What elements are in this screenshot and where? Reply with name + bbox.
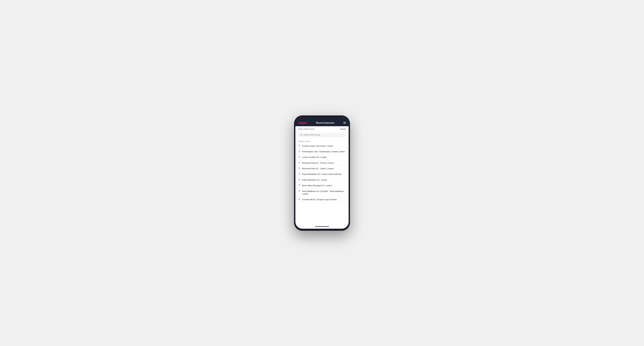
find-bar: Find a Golf Course Cancel [296,126,348,132]
course-name: London Scottish GC, London [302,156,327,159]
location-icon: 📍 [298,184,301,187]
location-icon: 📍 [298,190,301,192]
menu-button[interactable] [343,122,346,124]
course-name: Roehampton Club - Roehampton, Greater Lo… [302,150,345,153]
list-item[interactable]: 📍 London Scottish GC, London [296,155,348,160]
search-bar: 🔍 [296,132,348,139]
list-item[interactable]: 📍 Richmond Park GC - Prince's, Surrey [296,160,348,166]
list-item[interactable]: 📍 Richmond Park GC - Duke's, London [296,166,348,172]
location-icon: 📍 [298,162,301,164]
app-logo: clippd [298,121,307,125]
search-input-wrapper[interactable]: 🔍 [298,133,346,137]
phone-screen: clippd Recent Searches Find a Golf Cours… [296,118,348,229]
home-bar [315,226,329,227]
location-icon: 📍 [298,145,301,147]
location-icon: 📍 [298,198,301,201]
course-name: Richmond Park GC - Prince's, Surrey [302,162,334,164]
app-header: clippd Recent Searches [296,120,348,126]
location-icon: 📍 [298,168,301,170]
course-name: Central London Golf Centre, London [302,145,333,147]
nearby-courses-section: Nearby courses 📍 Central London Golf Cen… [296,139,348,224]
location-icon: 📍 [298,173,301,175]
menu-line-1 [343,122,346,122]
cancel-button[interactable]: Cancel [340,128,346,130]
list-item[interactable]: 📍 North Middlesex GC (1011942 - North Mi… [296,189,348,197]
nearby-label: Nearby courses [296,139,348,143]
list-item[interactable]: 📍 Brent Valley Municipal GC, London [296,183,348,188]
content-area: Find a Golf Course Cancel 🔍 Nearby cours… [296,126,348,229]
course-name: Dukes Meadows GC, London [302,179,327,181]
phone-device: clippd Recent Searches Find a Golf Cours… [294,115,350,231]
list-item[interactable]: 📍 Roehampton Club - Roehampton, Greater … [296,149,348,155]
search-input[interactable] [304,134,344,136]
list-item[interactable]: 📍 Central London Golf Centre, London [296,143,348,149]
course-name: North Middlesex GC (1011942 - North Midd… [302,190,346,195]
list-item[interactable]: 📍 Royal Wimbledon GC, Great London Autho… [296,172,348,177]
course-name: Brent Valley Municipal GC, London [302,184,332,187]
location-icon: 📍 [298,156,301,159]
menu-line-3 [343,123,346,124]
course-name: Royal Wimbledon GC, Great London Authori… [302,173,342,175]
location-icon: 📍 [298,179,301,181]
phone-body: clippd Recent Searches Find a Golf Cours… [294,115,350,231]
course-name: Richmond Park GC - Duke's, London [302,167,334,170]
list-item[interactable]: 📍 Coombe Hill GC, Kingston upon Thames [296,197,348,202]
page-title: Recent Searches [316,122,334,124]
status-bar [296,118,348,120]
menu-line-2 [343,123,346,123]
course-name: Coombe Hill GC, Kingston upon Thames [302,198,337,201]
list-item[interactable]: 📍 Dukes Meadows GC, London [296,177,348,183]
home-indicator [296,224,348,229]
search-icon: 🔍 [300,134,302,136]
find-label: Find a Golf Course [298,128,314,130]
location-icon: 📍 [298,151,301,153]
